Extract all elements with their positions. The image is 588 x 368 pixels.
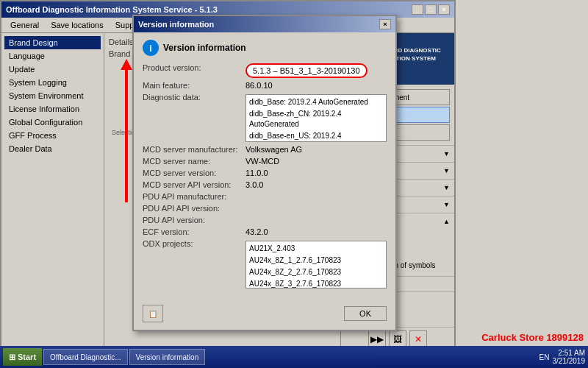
diag-item-2: didb_Base-en_US: 2019.2.4 AutoGenerated [248,130,384,142]
pdu-manufacturer-label: PDU API manufacturer: [143,192,245,201]
dialog-content: i Version information Product version: 5… [134,32,395,299]
store-watermark: Carluck Store 1899128 [477,330,588,344]
odx-item-2: AU24x_8Z_2_2.7.6_170823 [248,266,384,278]
pdu-version-row: PDU API version: [143,216,387,224]
dialog-header-text: Version information [163,43,246,53]
taskbar-right: EN 2:51 AM 3/21/2019 [539,349,585,365]
menu-save-locations[interactable]: Save locations [45,19,110,31]
product-version-label: Product version: [143,63,245,72]
language-indicator: EN [539,353,550,361]
diagnostic-data-row: Diagnostic data: didb_Base: 2019.2.4 Aut… [143,93,387,142]
mcd-version-label: MCD server version: [143,169,245,177]
sidebar-item-system-environment[interactable]: System Environment [4,89,101,102]
main-window-title: Offboard Diagnostic Information System S… [6,5,218,14]
info-symbol: i [149,43,152,54]
dialog-title-text: Version information [138,20,214,29]
main-feature-value: 86.0.10 [245,81,273,90]
taskbar-item-version[interactable]: Version information [129,349,206,365]
sidebar-item-license-information[interactable]: License Information [4,102,101,116]
mcd-version-value: 11.0.0 [245,169,268,177]
maximize-btn[interactable]: □ [425,4,437,15]
start-button[interactable]: ⊞ Start [3,348,42,366]
clock-date: 3/21/2019 [553,357,586,365]
title-bar-buttons: _ □ × [412,4,450,15]
dialog-info-icon: i [143,40,159,56]
odx-item-3: AU24x_8Z_3_2.7.6_170823 [248,278,384,289]
main-feature-row: Main feature: 86.0.10 [143,81,387,90]
odx-projects-label: ODX projects: [143,239,245,248]
sidebar-item-dealer-data[interactable]: Dealer Data [4,142,101,155]
extras-expand-icon: ▼ [443,184,450,191]
taskbar-items: Offboard Diagnostic... Version informati… [43,349,538,365]
diagnostic-data-label: Diagnostic data: [143,93,245,102]
mcd-version-row: MCD server version: 11.0.0 [143,169,387,177]
mcd-manufacturer-value: Volkswagen AG [245,145,302,154]
minimize-btn[interactable]: _ [412,4,423,15]
taskbar-item-main[interactable]: Offboard Diagnostic... [43,349,128,365]
diag-item-1: didb_Base-zh_CN: 2019.2.4 AutoGenerated [248,108,384,130]
sidebar-item-gff-process[interactable]: GFF Process [4,129,101,142]
log-expand-icon: ▼ [443,150,450,158]
pdu-manufacturer-row: PDU API manufacturer: [143,192,387,201]
mcd-api-value: 3.0.0 [245,180,263,189]
left-sidebar: Brand Design Language Update System Logg… [1,33,104,351]
sidebar-item-system-logging[interactable]: System Logging [4,76,101,89]
mcd-api-row: MCD server API version: 3.0.0 [143,180,387,189]
ok-button[interactable]: OK [344,306,387,321]
ecf-value: 43.2.0 [245,227,268,236]
diag-item-0: didb_Base: 2019.2.4 AutoGenerated [248,96,384,108]
info-expand-icon: ▲ [443,218,450,225]
dialog-header: i Version information [143,40,387,56]
dialog-footer: 📋 OK [134,299,395,330]
odx-projects-textarea[interactable]: AU21X_2.403 AU24x_8Z_1_2.7.6_170823 AU24… [245,241,387,289]
clock-time: 2:51 AM [553,349,586,357]
ecf-row: ECF version: 43.2.0 [143,227,387,236]
mcd-name-value: VW-MCD [245,157,279,166]
copy-btn[interactable]: 📋 [143,305,163,322]
svg-marker-1 [121,59,132,70]
data-expand-icon: ▼ [443,167,450,174]
product-version-row: Product version: 5.1.3 – B51_3_1_3-20190… [143,63,387,78]
sidebar-item-brand-design[interactable]: Brand Design [4,36,101,49]
windows-logo: ⊞ [9,353,15,362]
pdu-api-row: PDU API API version: [143,204,387,213]
dialog-close-btn[interactable]: × [379,19,391,29]
sidebar-item-global-configuration[interactable]: Global Configuration [4,116,101,129]
help-expand-icon: ▼ [443,201,450,208]
mcd-manufacturer-label: MCD server manufacturer: [143,145,245,154]
odx-item-0: AU21X_2.403 [248,243,384,255]
mcd-name-row: MCD server name: VW-MCD [143,157,387,166]
menu-general[interactable]: General [4,19,45,31]
sidebar-item-language[interactable]: Language [4,49,101,63]
mcd-api-label: MCD server API version: [143,180,245,189]
close-btn[interactable]: × [438,4,450,15]
odx-projects-row: ODX projects: AU21X_2.403 AU24x_8Z_1_2.7… [143,239,387,289]
mcd-name-label: MCD server name: [143,157,245,166]
dialog-title-bar: Version information × [134,16,395,32]
diagnostic-data-textarea[interactable]: didb_Base: 2019.2.4 AutoGenerated didb_B… [245,94,387,142]
odx-item-1: AU24x_8Z_1_2.7.6_170823 [248,255,384,266]
pdu-api-label: PDU API API version: [143,204,245,213]
ecf-label: ECF version: [143,227,245,236]
sidebar-item-update[interactable]: Update [4,63,101,76]
start-label: Start [18,353,36,361]
main-feature-label: Main feature: [143,81,245,90]
version-dialog: Version information × i Version informat… [132,15,397,331]
pdu-version-label: PDU API version: [143,216,245,224]
taskbar: ⊞ Start Offboard Diagnostic... Version i… [0,346,588,368]
taskbar-clock: 2:51 AM 3/21/2019 [553,349,586,365]
product-version-value: 5.1.3 – B51_3_1_3-20190130 [245,63,368,78]
mcd-manufacturer-row: MCD server manufacturer: Volkswagen AG [143,145,387,154]
